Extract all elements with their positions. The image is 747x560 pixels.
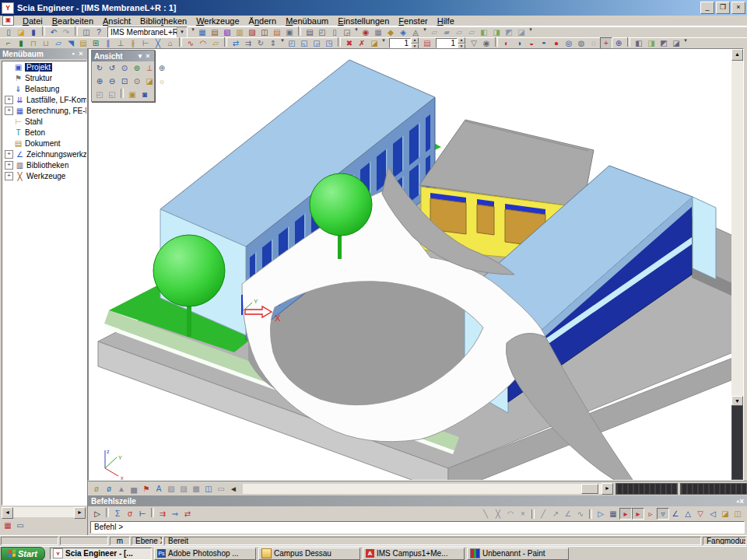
opening-icon[interactable]: ⊞ xyxy=(89,37,102,49)
menu-datei[interactable]: Datei xyxy=(18,16,47,26)
close-panel-icon[interactable]: × xyxy=(739,497,744,506)
activity-selection-icon[interactable]: ◒ xyxy=(525,37,538,49)
center-view-icon[interactable]: + xyxy=(600,37,612,49)
copy-icon[interactable]: ⇉ xyxy=(242,37,254,49)
collapse-toolbar-icon[interactable]: ◄ xyxy=(227,483,240,495)
zoom-all-icon[interactable]: ⊙ xyxy=(131,75,143,87)
rotate-icon[interactable]: ↻ xyxy=(254,37,267,49)
snap-line-icon[interactable]: ╲ xyxy=(479,508,492,520)
zoom-window-icon[interactable]: ⊡ xyxy=(118,75,131,87)
cut-icon[interactable]: ✗ xyxy=(356,37,368,49)
tree-item-projekt[interactable]: ▣Projekt xyxy=(2,61,86,72)
move-icon[interactable]: ⇄ xyxy=(230,37,242,49)
minimize-button[interactable]: _ xyxy=(700,2,714,14)
tree-item-belastung[interactable]: ⇓Belastung xyxy=(2,83,86,94)
taskbar-button-scia[interactable]: ʏScia Engineer - [... xyxy=(50,548,152,560)
snap-cursor-icon[interactable]: ▷ xyxy=(594,508,607,520)
graphics-viewport[interactable]: Y X z Y x ▲ ▼ xyxy=(88,48,744,481)
ansicht-header[interactable]: Ansicht ▾ × xyxy=(92,51,154,61)
taskbar-button-ps[interactable]: PsAdobe Photoshop ... xyxy=(154,548,256,560)
shell-icon[interactable]: ◥ xyxy=(65,37,77,49)
menu-bearbeiten[interactable]: Bearbeiten xyxy=(47,16,98,26)
polyline-icon[interactable]: ∿ xyxy=(184,37,197,49)
volumes-mode-icon[interactable]: ▩ xyxy=(190,483,202,495)
snap-grid-icon[interactable]: ▦ xyxy=(607,508,619,520)
activity-invert-icon[interactable]: ◓ xyxy=(538,37,550,49)
section-icon[interactable]: ▲ xyxy=(115,483,128,495)
scale-icon[interactable]: ⇕ xyxy=(267,37,279,49)
tree-item-stahl[interactable]: ⊢Stahl xyxy=(2,116,86,127)
tree-item-werkzeuge[interactable]: +╳Werkzeuge xyxy=(2,170,86,181)
activity-all-icon[interactable]: ● xyxy=(550,37,563,49)
look-at-icon[interactable]: ⊚ xyxy=(131,62,143,74)
plate-icon[interactable]: ▱ xyxy=(52,37,65,49)
command-input[interactable]: Befehl > xyxy=(90,521,745,534)
expand-icon[interactable]: + xyxy=(5,107,13,115)
orbit-icon[interactable]: ↺ xyxy=(106,62,118,74)
pin-icon[interactable]: ▪ xyxy=(69,50,77,58)
panel-icon[interactable]: ▤ xyxy=(77,37,89,49)
zoom-realtime-icon[interactable]: ⊕ xyxy=(156,62,168,74)
visibility-icon[interactable]: ◉ xyxy=(480,37,493,49)
view-manager-icon[interactable]: ◩ xyxy=(658,37,670,49)
tree-item-bibliotheken[interactable]: +▥Bibliotheken xyxy=(2,159,86,170)
menubaum-tab[interactable]: ▦ xyxy=(2,520,14,531)
slab-icon[interactable]: ⊓ xyxy=(27,37,40,49)
clipping-box-icon[interactable]: ◎ xyxy=(563,37,575,49)
explode-icon[interactable]: ◱ xyxy=(298,37,310,49)
shrink-members-icon[interactable]: ▭ xyxy=(215,483,227,495)
scroll-right-icon[interactable]: ► xyxy=(74,507,86,519)
menu-fenster[interactable]: Fenster xyxy=(394,16,432,26)
scroll-right-icon[interactable]: ► xyxy=(601,483,613,495)
sum-icon[interactable]: Σ xyxy=(111,508,124,520)
show-all-icon[interactable]: ◌ xyxy=(587,37,600,49)
snap-orthogonal-icon[interactable]: ▿ xyxy=(657,508,669,520)
copy-view-icon[interactable]: ◱ xyxy=(106,89,118,100)
tree-item-lastf-lle-lf-kombination[interactable]: +⇊Lastfälle, LF-Kombination xyxy=(2,94,86,105)
snap-angle-icon[interactable]: ∠ xyxy=(669,508,682,520)
collapse-icon[interactable]: ▾ xyxy=(136,52,144,60)
save-view-icon[interactable]: ◧ xyxy=(633,37,645,49)
start-button[interactable]: Start xyxy=(1,547,45,560)
right-building-end-glass[interactable] xyxy=(693,197,716,279)
fast-adjust-icon[interactable]: ø xyxy=(90,483,103,495)
scrollbar-thumb[interactable] xyxy=(581,484,598,494)
layer-filter-icon[interactable]: ▽ xyxy=(468,37,480,49)
regenerate-icon[interactable]: ◳ xyxy=(323,37,335,49)
menu-ansicht[interactable]: Ansicht xyxy=(98,16,135,26)
coord-relative-icon[interactable]: ⇒ xyxy=(169,508,181,520)
view-control-box-2[interactable] xyxy=(680,483,747,495)
scroll-left-icon[interactable]: ◄ xyxy=(2,507,13,519)
snap-off-icon[interactable]: × xyxy=(517,508,529,520)
flag-icon[interactable]: ⚑ xyxy=(140,483,153,495)
menubaum-header[interactable]: Menübaum ▪ × xyxy=(0,48,87,59)
render-mode-icon[interactable]: ▧ xyxy=(165,483,177,495)
delete-icon[interactable]: ✖ xyxy=(343,37,356,49)
ansicht-palette[interactable]: Ansicht ▾ × ↻↺⊙⊚⊥⊕ ⊕⊖⊡⊙◪☼ ◰◱▣◙ xyxy=(91,50,155,102)
snap-node-icon[interactable]: ▸ xyxy=(632,508,644,520)
vertical-scrollbar[interactable]: ▲ ▼ xyxy=(731,49,743,480)
view-control-box-1[interactable] xyxy=(615,483,678,495)
view-list-icon[interactable]: ◪ xyxy=(670,37,682,49)
close-button[interactable]: × xyxy=(731,2,745,14)
snap-open-icon[interactable]: ◪ xyxy=(719,508,731,520)
snap-perpendicular-icon[interactable]: ▽ xyxy=(694,508,707,520)
refresh-view-icon[interactable]: ◫ xyxy=(202,483,215,495)
surface-mode-icon[interactable]: ▨ xyxy=(177,483,190,495)
model-scene[interactable]: Y X z Y x xyxy=(89,49,733,480)
beam-icon[interactable]: ⌐ xyxy=(2,37,15,49)
coord-absolute-icon[interactable]: ⇉ xyxy=(156,508,169,520)
expand-icon[interactable]: + xyxy=(5,161,13,170)
walk-mode-icon[interactable]: ⊥ xyxy=(143,62,156,74)
storey-icon[interactable]: ▤ xyxy=(421,37,433,49)
support-icon[interactable]: ⊥ xyxy=(114,37,127,49)
taskbar-button-paint[interactable]: Unbenannt - Paint xyxy=(467,548,569,560)
spin-view-icon[interactable]: ⊙ xyxy=(118,62,131,74)
hinge-icon[interactable]: ∦ xyxy=(127,37,139,49)
color-window-icon[interactable]: ▣ xyxy=(126,89,139,100)
horizontal-scrollbar[interactable] xyxy=(243,484,601,494)
snap-endpoint-icon[interactable]: ▸ xyxy=(619,508,632,520)
zoom-in-icon[interactable]: ⊕ xyxy=(93,75,106,87)
snap-intersection-icon[interactable]: ▹ xyxy=(644,508,657,520)
status-snap-mode[interactable]: Fangmodus xyxy=(703,537,746,545)
